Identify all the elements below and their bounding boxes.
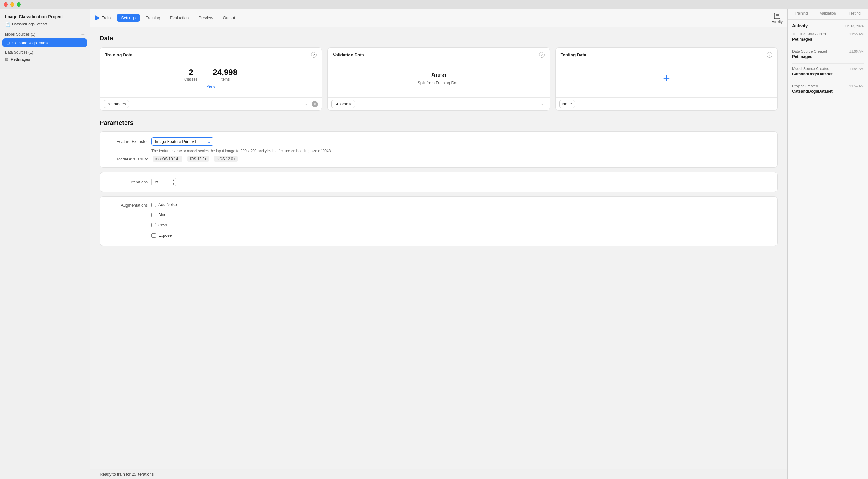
add-model-source-button[interactable]: + (81, 32, 85, 37)
train-button[interactable]: Train (95, 15, 111, 21)
augmentations-row: Augmentations Add Noise Blur Crop (107, 202, 770, 240)
minimize-button[interactable] (10, 2, 14, 6)
event-3-name: Model Source Created (792, 67, 829, 71)
items-stat: 24,998 Items (213, 67, 238, 82)
right-tab-training[interactable]: Training (788, 9, 814, 19)
event-1-time: 11:55 AM (849, 32, 864, 36)
testing-data-body: + (556, 60, 777, 97)
training-remove-button[interactable]: × (312, 101, 318, 107)
activity-button[interactable]: Activity (772, 12, 782, 24)
iterations-label: Iterations (107, 180, 148, 184)
activity-icon (774, 12, 781, 19)
right-panel: Training Validation Testing Activity Jun… (787, 9, 868, 479)
event-3-time: 11:54 AM (849, 67, 864, 71)
validation-card-footer: Automatic (328, 97, 549, 110)
database-icon: ⊟ (5, 57, 8, 62)
feature-extractor-select-wrapper: Image Feature Print V1 ⌄ (152, 137, 213, 146)
validation-data-header: Validation Data ? (328, 48, 549, 60)
iterations-decrement[interactable]: ▼ (172, 182, 175, 186)
activity-event-3: Model Source Created 11:54 AM CatsandDog… (792, 67, 864, 76)
event-1-name: Training Data Added (792, 32, 826, 36)
content-area: Data Training Data ? 2 Classes (90, 27, 787, 469)
training-data-body: 2 Classes 24,998 Items View (100, 60, 321, 97)
blur-checkbox[interactable] (152, 213, 156, 217)
model-availability-label: Model Availability (107, 157, 148, 161)
add-noise-label: Add Noise (158, 202, 177, 207)
tab-evaluation[interactable]: Evaluation (166, 14, 193, 22)
tab-training[interactable]: Training (141, 14, 164, 22)
divider-1 (792, 46, 864, 46)
feature-extractor-select[interactable]: Image Feature Print V1 (152, 137, 213, 146)
close-button[interactable] (4, 2, 8, 6)
testing-source-select[interactable]: None (559, 100, 575, 108)
activity-date: Jun 18, 2024 (844, 24, 864, 28)
tab-output[interactable]: Output (219, 14, 240, 22)
expose-checkbox[interactable] (152, 233, 156, 238)
activity-event-2: Data Source Created 11:55 AM PetImages (792, 49, 864, 59)
augmentation-blur: Blur (152, 213, 177, 217)
right-tab-testing[interactable]: Testing (841, 9, 868, 19)
add-testing-data-button[interactable]: + (663, 72, 670, 84)
project-title: Image Classification Project (0, 12, 90, 21)
training-source-select-wrapper: PetImages (104, 100, 310, 108)
activity-title: Activity (792, 23, 808, 28)
toolbar: Train Settings Training Evaluation Previ… (90, 9, 787, 27)
training-card-footer: PetImages × (100, 97, 321, 110)
event-4-name: Project Created (792, 84, 818, 88)
expose-label: Expose (158, 233, 172, 238)
tab-settings[interactable]: Settings (117, 14, 140, 22)
feature-extractor-label: Feature Extractor (107, 139, 148, 144)
event-2-name: Data Source Created (792, 49, 827, 54)
iterations-row: Iterations ▲ ▼ (107, 178, 770, 186)
sidebar-item-data-source: ⊟ PetImages (0, 56, 90, 63)
validation-data-body: Auto Split from Training Data (328, 60, 549, 97)
status-text: Ready to train for 25 iterations (100, 472, 154, 477)
stepper-arrows: ▲ ▼ (172, 178, 175, 186)
availability-ios: iOS 12.0+ (187, 156, 209, 162)
validation-source-select-wrapper: Automatic (332, 100, 546, 108)
testing-help-icon[interactable]: ? (767, 52, 772, 58)
status-bar: Ready to train for 25 iterations (90, 469, 787, 479)
play-icon (95, 15, 100, 21)
model-availability-row: Model Availability macOS 10.14+ iOS 12.0… (107, 156, 770, 162)
augmentations-label: Augmentations (107, 203, 148, 208)
iterations-increment[interactable]: ▲ (172, 178, 175, 182)
right-tab-validation[interactable]: Validation (814, 9, 841, 19)
training-help-icon[interactable]: ? (311, 52, 317, 58)
event-1-value: PetImages (792, 37, 864, 41)
title-bar (0, 0, 868, 9)
activity-header: Activity Jun 18, 2024 (792, 23, 864, 28)
tab-preview[interactable]: Preview (194, 14, 217, 22)
feature-extractor-description: The feature extractor model scales the i… (152, 148, 770, 154)
activity-event-1: Training Data Added 11:55 AM PetImages (792, 32, 864, 41)
activity-event-4: Project Created 11:54 AM CatsandDogsData… (792, 84, 864, 94)
training-data-header: Training Data ? (100, 48, 321, 60)
sidebar-item-model-source[interactable]: ⊞ CatsandDogsDataset 1 (2, 38, 87, 47)
data-cards-row: Training Data ? 2 Classes 24,998 Items (100, 48, 778, 111)
validation-help-icon[interactable]: ? (539, 52, 545, 58)
crop-checkbox[interactable] (152, 223, 156, 228)
classes-stat: 2 Classes (184, 67, 198, 82)
augmentations-checkboxes: Add Noise Blur Crop Expose (152, 202, 177, 240)
availability-tvos: tvOS 12.0+ (214, 156, 238, 162)
toolbar-tabs: Settings Training Evaluation Preview Out… (117, 14, 766, 22)
view-link[interactable]: View (207, 84, 215, 89)
stat-divider (205, 68, 206, 81)
add-noise-checkbox[interactable] (152, 203, 156, 207)
parameters-section-title: Parameters (100, 119, 778, 126)
model-sources-header: Model Sources (1) + (0, 28, 90, 38)
validation-source-select[interactable]: Automatic (332, 100, 355, 108)
training-source-select[interactable]: PetImages (104, 100, 129, 108)
main-content: Train Settings Training Evaluation Previ… (90, 9, 787, 479)
testing-data-header: Testing Data ? (556, 48, 777, 60)
augmentation-add-noise: Add Noise (152, 202, 177, 207)
fullscreen-button[interactable] (17, 2, 21, 6)
validation-data-card: Validation Data ? Auto Split from Traini… (328, 48, 550, 111)
event-2-value: PetImages (792, 54, 864, 59)
testing-card-footer: None (556, 97, 777, 110)
augmentation-crop: Crop (152, 223, 177, 228)
iterations-card: Iterations ▲ ▼ (100, 172, 778, 192)
divider-3 (792, 81, 864, 81)
file-icon: 📄 (5, 22, 10, 27)
sidebar-dataset-file: 📄 CatsandDogsDataset (0, 21, 90, 28)
